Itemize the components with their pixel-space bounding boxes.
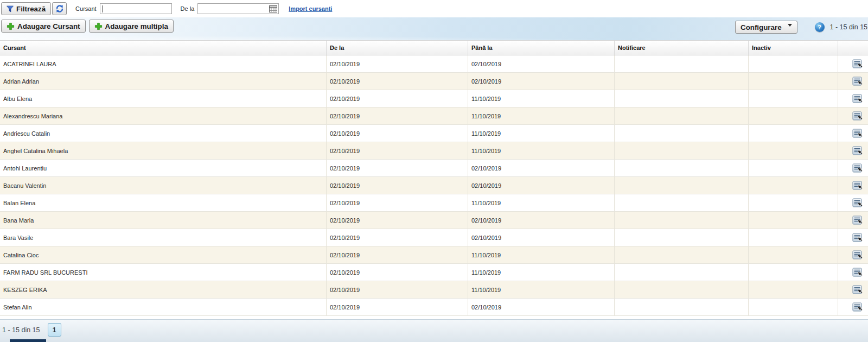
- chevron-down-icon: [788, 24, 792, 27]
- row-action-icon[interactable]: [852, 198, 863, 208]
- cell-cursant: Anghel Catalina Mihaela: [0, 142, 327, 159]
- cell-inactiv: [749, 125, 838, 142]
- row-action-icon[interactable]: [852, 163, 863, 173]
- app: { "colors": { "accent_blue": "#2b65c9", …: [0, 0, 868, 342]
- column-header-de-la[interactable]: De la: [327, 41, 468, 55]
- footer-record-count: 1 - 15 din 15: [2, 326, 40, 334]
- cell-pana-la: 02/10/2019: [468, 299, 615, 315]
- action-toolbar: Adaugare Cursant Adaugare multipla Confi…: [0, 17, 868, 40]
- cell-notificare: [615, 177, 749, 194]
- cell-inactiv: [749, 246, 838, 263]
- column-header-notificare[interactable]: Notificare: [615, 41, 749, 55]
- cell-notificare: [615, 246, 749, 263]
- table-row[interactable]: Bacanu Valentin02/10/201902/10/2019: [0, 177, 868, 194]
- plus-icon: [7, 22, 15, 30]
- cell-cursant: Antohi Laurentiu: [0, 160, 327, 176]
- cell-de-la: 02/10/2019: [327, 212, 468, 229]
- cell-pana-la: 11/10/2019: [468, 142, 615, 159]
- row-action-icon[interactable]: [852, 216, 863, 225]
- refresh-button[interactable]: [52, 2, 67, 15]
- table-row[interactable]: Adrian Adrian02/10/201902/10/2019: [0, 73, 868, 90]
- filter-toolbar: Filtrează Cursant De la Import cursanti: [0, 0, 868, 17]
- table-row[interactable]: Alexandrescu Mariana02/10/201911/10/2019: [0, 107, 868, 125]
- row-action-icon[interactable]: [852, 94, 863, 104]
- table-row[interactable]: FARM RADU SRL BUCURESTI02/10/201911/10/2…: [0, 264, 868, 281]
- import-cursanti-link[interactable]: Import cursanti: [289, 5, 332, 12]
- cell-de-la: 02/10/2019: [327, 142, 468, 159]
- cell-inactiv: [749, 90, 838, 107]
- de-la-label: De la: [181, 5, 195, 12]
- cell-de-la: 02/10/2019: [327, 90, 468, 107]
- table-row[interactable]: Bana Maria02/10/201902/10/2019: [0, 212, 868, 229]
- cell-cursant: Bara Vasile: [0, 229, 327, 246]
- row-action-icon[interactable]: [852, 129, 863, 138]
- cell-inactiv: [749, 142, 838, 159]
- cell-notificare: [615, 229, 749, 246]
- table-row[interactable]: Albu Elena02/10/201911/10/2019: [0, 90, 868, 107]
- column-header-inactiv[interactable]: Inactiv: [749, 41, 838, 55]
- calendar-icon[interactable]: [268, 4, 278, 13]
- filter-button-label: Filtrează: [16, 5, 46, 13]
- actions-cell: [838, 90, 868, 107]
- cell-inactiv: [749, 160, 838, 176]
- cell-pana-la: 11/10/2019: [468, 194, 615, 211]
- cell-pana-la: 02/10/2019: [468, 160, 615, 176]
- help-icon[interactable]: ?: [815, 22, 825, 32]
- add-cursant-button[interactable]: Adaugare Cursant: [1, 20, 86, 33]
- action-toolbar-right: Configurare ? 1 - 15 din 15 /: [735, 20, 868, 34]
- actions-cell: [838, 107, 868, 124]
- table-row[interactable]: Andriescu Catalin02/10/201911/10/2019: [0, 125, 868, 142]
- page-1-button[interactable]: 1: [48, 323, 61, 337]
- add-multiple-button[interactable]: Adaugare multipla: [89, 20, 174, 33]
- table-row[interactable]: Stefan Alin02/10/201902/10/2019: [0, 299, 868, 316]
- actions-cell: [838, 246, 868, 263]
- actions-cell: [838, 177, 868, 194]
- cell-inactiv: [749, 73, 838, 90]
- configurare-label: Configurare: [741, 23, 782, 31]
- table-row[interactable]: Catalina Cioc02/10/201911/10/2019: [0, 246, 868, 264]
- cell-cursant: KESZEG ERIKA: [0, 281, 327, 298]
- cell-inactiv: [749, 264, 838, 281]
- row-action-icon[interactable]: [852, 181, 863, 191]
- table-row[interactable]: Anghel Catalina Mihaela02/10/201911/10/2…: [0, 142, 868, 160]
- table-row[interactable]: Antohi Laurentiu02/10/201902/10/2019: [0, 160, 868, 177]
- cell-pana-la: 02/10/2019: [468, 177, 615, 194]
- table-row[interactable]: Balan Elena02/10/201911/10/2019: [0, 194, 868, 212]
- row-action-icon[interactable]: [852, 59, 863, 69]
- cell-de-la: 02/10/2019: [327, 125, 468, 142]
- row-action-icon[interactable]: [852, 302, 863, 312]
- add-multiple-label: Adaugare multipla: [105, 22, 168, 30]
- actions-cell: [838, 212, 868, 229]
- actions-cell: [838, 125, 868, 142]
- actions-cell: [838, 264, 868, 281]
- cell-notificare: [615, 142, 749, 159]
- cell-pana-la: 02/10/2019: [468, 55, 615, 72]
- grid-body: ACATRINEI LAURA02/10/201902/10/2019Adria…: [0, 55, 868, 316]
- cell-cursant: Albu Elena: [0, 90, 327, 107]
- row-action-icon[interactable]: [852, 111, 863, 121]
- filter-button[interactable]: Filtrează: [1, 2, 51, 15]
- configurare-button[interactable]: Configurare: [735, 21, 797, 34]
- row-action-icon[interactable]: [852, 285, 863, 295]
- cell-pana-la: 11/10/2019: [468, 90, 615, 107]
- row-action-icon[interactable]: [852, 77, 863, 86]
- cursant-input[interactable]: [100, 4, 171, 14]
- row-action-icon[interactable]: [852, 250, 863, 260]
- cell-cursant: Adrian Adrian: [0, 73, 327, 90]
- table-row[interactable]: Bara Vasile02/10/201902/10/2019: [0, 229, 868, 246]
- column-header-cursant[interactable]: Cursant: [0, 41, 327, 55]
- cell-inactiv: [749, 281, 838, 298]
- cell-inactiv: [749, 229, 838, 246]
- row-action-icon[interactable]: [852, 233, 863, 243]
- table-row[interactable]: KESZEG ERIKA02/10/201911/10/2019: [0, 281, 868, 299]
- row-action-icon[interactable]: [852, 146, 863, 156]
- cell-de-la: 02/10/2019: [327, 246, 468, 263]
- actions-cell: [838, 299, 868, 315]
- de-la-input[interactable]: [198, 4, 267, 14]
- cell-inactiv: [749, 194, 838, 211]
- cell-cursant: Stefan Alin: [0, 299, 327, 315]
- cell-inactiv: [749, 299, 838, 315]
- table-row[interactable]: ACATRINEI LAURA02/10/201902/10/2019: [0, 55, 868, 73]
- row-action-icon[interactable]: [852, 268, 863, 277]
- column-header-pana-la[interactable]: Până la: [468, 41, 615, 55]
